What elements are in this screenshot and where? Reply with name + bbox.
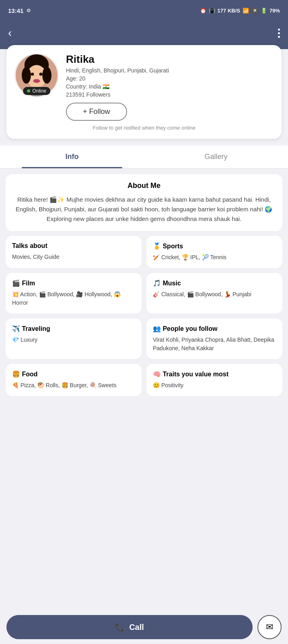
sports-content: 🏏 Cricket, 🏆 IPL, 🎾 Tennis bbox=[153, 253, 276, 262]
svg-point-5 bbox=[31, 72, 34, 76]
online-badge: Online bbox=[23, 87, 50, 95]
message-icon: ✉ bbox=[266, 622, 273, 632]
music-title: 🎵 Music bbox=[153, 279, 276, 287]
music-content: 🎸 Classical, 🎬 Bollywood, 💃 Punjabi bbox=[153, 290, 276, 299]
svg-point-4 bbox=[42, 67, 51, 84]
profile-languages: Hindi, English, Bhojpuri, Punjabi, Gujar… bbox=[66, 67, 274, 74]
people-follow-content: Virat Kohli, Priyanka Chopra, Alia Bhatt… bbox=[153, 336, 276, 353]
people-follow-title: 👥 People you follow bbox=[153, 325, 276, 332]
sports-card: 🥇 Sports 🏏 Cricket, 🏆 IPL, 🎾 Tennis bbox=[146, 236, 282, 268]
traveling-content: 💎 Luxury bbox=[12, 336, 135, 344]
profile-info: Ritika Hindi, English, Bhojpuri, Punjabi… bbox=[66, 53, 274, 121]
svg-point-7 bbox=[33, 79, 40, 83]
food-title: 🍔 Food bbox=[12, 370, 135, 378]
tab-bar: Info Gallery bbox=[0, 145, 288, 169]
sports-title: 🥇 Sports bbox=[153, 242, 276, 250]
dot3 bbox=[278, 36, 280, 38]
call-label: Call bbox=[129, 623, 144, 632]
film-card: 🎬 Film 💥 Action, 🎬 Bollywood, 🎥 Hollywoo… bbox=[6, 273, 142, 314]
time: 13:41 bbox=[8, 7, 23, 14]
wifi-icon: 📶 bbox=[243, 8, 249, 14]
profile-name: Ritika bbox=[66, 53, 274, 66]
profile-country: Country: India 🇮🇳 bbox=[66, 83, 274, 90]
svg-point-3 bbox=[22, 67, 31, 84]
more-options-button[interactable] bbox=[278, 29, 280, 38]
dot1 bbox=[278, 29, 280, 31]
vibrate-icon: 📳 bbox=[209, 8, 215, 14]
dot2 bbox=[278, 32, 280, 34]
info-grid-row1: Talks about Movies, City Guide 🥇 Sports … bbox=[6, 236, 282, 268]
about-me-text: Ritika here! 🎬✨ Mujhe movies dekhna aur … bbox=[14, 195, 274, 224]
profile-age: Age: 20 bbox=[66, 75, 274, 82]
traveling-title: ✈️ Traveling bbox=[12, 325, 135, 332]
traits-title: 🧠 Traits you value most bbox=[153, 370, 276, 378]
info-grid-row4: 🍔 Food 🍕 Pizza, 🥙 Rolls, 🍔 Burger, 🍭 Swe… bbox=[6, 364, 282, 396]
avatar-wrap: Online bbox=[14, 53, 59, 97]
talks-about-content: Movies, City Guide bbox=[12, 253, 135, 261]
about-me-title: About Me bbox=[14, 182, 274, 190]
bottom-bar: 📞 Call ✉ bbox=[0, 610, 288, 644]
tab-info[interactable]: Info bbox=[0, 145, 144, 168]
call-icon: 📞 bbox=[115, 622, 125, 632]
music-card: 🎵 Music 🎸 Classical, 🎬 Bollywood, 💃 Punj… bbox=[146, 273, 282, 314]
film-title: 🎬 Film bbox=[12, 279, 135, 287]
battery-icon: 🔋 bbox=[261, 8, 267, 14]
people-follow-card: 👥 People you follow Virat Kohli, Priyank… bbox=[146, 318, 282, 359]
info-grid-row3: ✈️ Traveling 💎 Luxury 👥 People you follo… bbox=[6, 318, 282, 359]
message-button[interactable]: ✉ bbox=[257, 615, 282, 639]
profile-followers: 213591 Followers bbox=[66, 91, 274, 98]
info-grid-row2: 🎬 Film 💥 Action, 🎬 Bollywood, 🎥 Hollywoo… bbox=[6, 273, 282, 314]
alarm-icon: ⏰ bbox=[200, 8, 206, 14]
follow-button[interactable]: + Follow bbox=[66, 103, 127, 121]
online-label: Online bbox=[32, 88, 46, 94]
svg-point-6 bbox=[39, 72, 43, 76]
food-content: 🍕 Pizza, 🥙 Rolls, 🍔 Burger, 🍭 Sweets bbox=[12, 381, 135, 390]
film-content: 💥 Action, 🎬 Bollywood, 🎥 Hollywood, 😱 Ho… bbox=[12, 290, 135, 307]
status-left: 13:41 ⊙ bbox=[8, 7, 31, 14]
traits-content: 😊 Positivity bbox=[153, 381, 276, 390]
back-button[interactable]: ‹ bbox=[8, 27, 12, 39]
status-bar: 13:41 ⊙ ⏰ 📳 177 KB/S 📶 ✕ 🔋 79% bbox=[0, 0, 288, 21]
talks-about-title: Talks about bbox=[12, 242, 135, 250]
tab-gallery[interactable]: Gallery bbox=[144, 145, 288, 168]
traveling-card: ✈️ Traveling 💎 Luxury bbox=[6, 318, 142, 359]
battery-percent: 79% bbox=[269, 8, 280, 14]
main-content: About Me Ritika here! 🎬✨ Mujhe movies de… bbox=[0, 169, 288, 441]
talks-about-card: Talks about Movies, City Guide bbox=[6, 236, 142, 268]
sim-icon: ⊙ bbox=[27, 8, 31, 13]
follow-hint: Follow to get notified when they come on… bbox=[14, 125, 274, 131]
status-right: ⏰ 📳 177 KB/S 📶 ✕ 🔋 79% bbox=[200, 8, 280, 14]
traits-card: 🧠 Traits you value most 😊 Positivity bbox=[146, 364, 282, 396]
network-speed: 177 KB/S bbox=[218, 8, 240, 14]
profile-card: Online Ritika Hindi, English, Bhojpuri, … bbox=[6, 45, 282, 139]
online-dot bbox=[27, 89, 30, 93]
call-button[interactable]: 📞 Call bbox=[6, 615, 253, 639]
profile-top: Online Ritika Hindi, English, Bhojpuri, … bbox=[14, 53, 274, 121]
food-card: 🍔 Food 🍕 Pizza, 🥙 Rolls, 🍔 Burger, 🍭 Swe… bbox=[6, 364, 142, 396]
x-icon: ✕ bbox=[251, 8, 258, 14]
about-me-card: About Me Ritika here! 🎬✨ Mujhe movies de… bbox=[6, 174, 282, 231]
